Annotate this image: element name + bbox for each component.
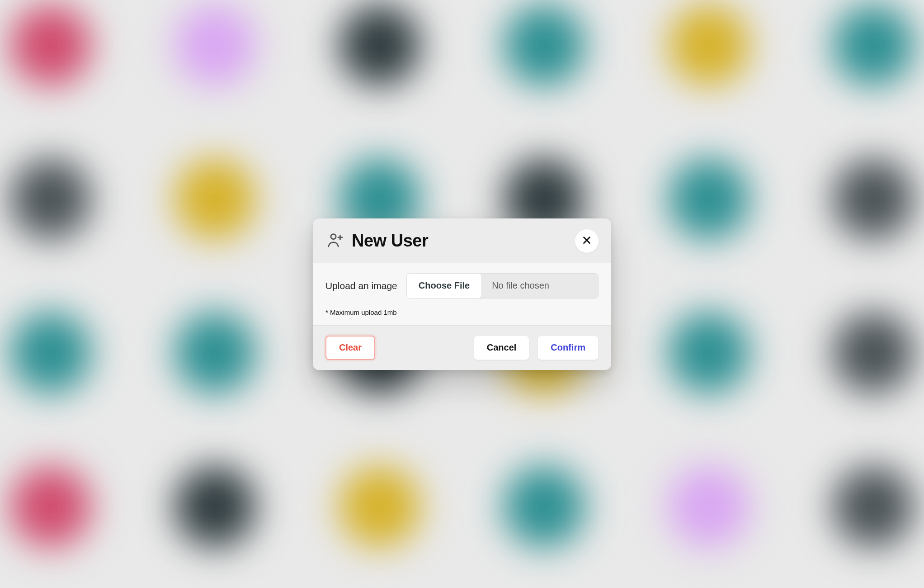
new-user-modal: New User Upload an image Choose File No …: [313, 218, 611, 370]
upload-label: Upload an image: [325, 280, 397, 291]
file-input[interactable]: Choose File No file chosen: [406, 273, 599, 299]
add-user-icon: [325, 231, 344, 251]
clear-button[interactable]: Clear: [325, 336, 375, 360]
svg-point-0: [331, 234, 336, 239]
close-icon: [582, 235, 592, 247]
modal-body: Upload an image Choose File No file chos…: [313, 263, 611, 325]
modal-header: New User: [313, 218, 611, 263]
confirm-button[interactable]: Confirm: [537, 336, 599, 360]
upload-helper-text: * Maximum upload 1mb: [325, 308, 599, 316]
close-button[interactable]: [575, 229, 599, 253]
upload-row: Upload an image Choose File No file chos…: [325, 273, 599, 299]
modal-footer: Clear Cancel Confirm: [313, 325, 611, 370]
choose-file-button[interactable]: Choose File: [406, 273, 482, 299]
cancel-button[interactable]: Cancel: [474, 336, 530, 360]
file-status-text: No file chosen: [482, 273, 599, 299]
modal-title: New User: [352, 231, 568, 251]
